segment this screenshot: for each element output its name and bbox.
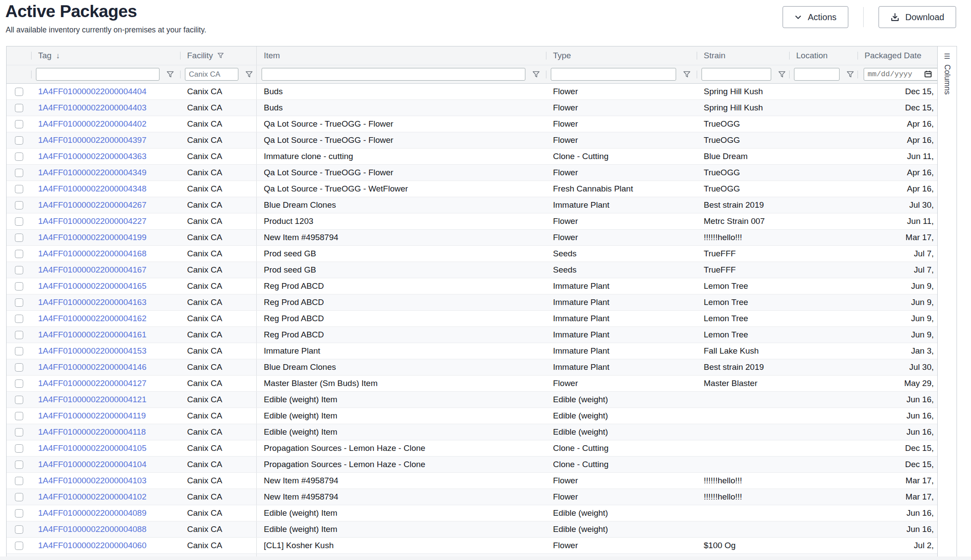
row-checkbox[interactable]: [15, 234, 23, 242]
facility-cell: Canix CA: [180, 457, 256, 472]
row-checkbox[interactable]: [15, 201, 23, 209]
tag-link[interactable]: 1A4FF010000022000004348: [38, 184, 146, 194]
strain-cell: !!!!!!hello!!!: [697, 489, 789, 505]
tag-link[interactable]: 1A4FF010000022000004121: [38, 395, 146, 404]
row-checkbox[interactable]: [15, 152, 23, 161]
row-checkbox[interactable]: [15, 88, 23, 96]
row-checkbox[interactable]: [15, 444, 23, 453]
tag-link[interactable]: 1A4FF010000022000004163: [38, 298, 146, 307]
location-filter-funnel-icon[interactable]: [847, 71, 854, 78]
tag-link[interactable]: 1A4FF010000022000004267: [38, 200, 146, 210]
tag-link[interactable]: 1A4FF010000022000004089: [38, 508, 146, 518]
row-checkbox[interactable]: [15, 493, 23, 501]
tag-link[interactable]: 1A4FF010000022000004104: [38, 460, 146, 469]
location-filter-input[interactable]: [794, 68, 840, 81]
row-checkbox[interactable]: [15, 542, 23, 550]
tag-link[interactable]: 1A4FF010000022000004153: [38, 346, 146, 356]
tag-link[interactable]: 1A4FF010000022000004088: [38, 525, 146, 534]
row-checkbox[interactable]: [15, 315, 23, 323]
row-checkbox[interactable]: [15, 250, 23, 258]
location-cell: [789, 473, 858, 489]
strain-filter-funnel-icon[interactable]: [778, 71, 786, 78]
column-header-strain[interactable]: Strain: [697, 46, 789, 65]
row-checkbox[interactable]: [15, 217, 23, 226]
facility-filter-input[interactable]: [185, 68, 238, 81]
tag-cell: 1A4FF010000022000004104: [31, 457, 180, 472]
tag-link[interactable]: 1A4FF010000022000004105: [38, 443, 146, 453]
download-button[interactable]: Download: [879, 6, 956, 28]
tag-link[interactable]: 1A4FF010000022000004363: [38, 152, 146, 161]
columns-panel-toggle[interactable]: ☰ Columns: [937, 46, 957, 560]
item-cell: Edible (weight) Item: [256, 521, 546, 537]
row-checkbox[interactable]: [15, 120, 23, 128]
facility-cell: Canix CA: [180, 246, 256, 262]
tag-link[interactable]: 1A4FF010000022000004404: [38, 87, 146, 96]
row-checkbox[interactable]: [15, 169, 23, 177]
row-checkbox[interactable]: [15, 347, 23, 355]
row-checkbox[interactable]: [15, 525, 23, 534]
facility-cell: Canix CA: [180, 327, 256, 343]
column-header-item[interactable]: Item: [256, 46, 546, 65]
toolbar-divider: [863, 7, 864, 27]
item-cell: Propagation Sources - Lemon Haze - Clone: [256, 457, 546, 472]
row-checkbox[interactable]: [15, 266, 23, 274]
table-row: 1A4FF010000022000004163 Canix CA Reg Pro…: [7, 294, 937, 311]
column-header-tag[interactable]: Tag ↓: [31, 46, 180, 65]
tag-link[interactable]: 1A4FF010000022000004102: [38, 492, 146, 502]
tag-link[interactable]: 1A4FF010000022000004167: [38, 265, 146, 275]
item-filter-input[interactable]: [262, 68, 525, 81]
tag-link[interactable]: 1A4FF010000022000004118: [38, 427, 146, 437]
column-header-facility[interactable]: Facility: [180, 46, 256, 65]
row-checkbox[interactable]: [15, 477, 23, 485]
row-checkbox[interactable]: [15, 412, 23, 420]
type-cell: Flower: [546, 165, 697, 181]
strain-cell: TrueOGG: [697, 116, 789, 132]
row-checkbox[interactable]: [15, 363, 23, 372]
tag-link[interactable]: 1A4FF010000022000004161: [38, 330, 146, 340]
row-checkbox[interactable]: [15, 461, 23, 469]
sort-descending-icon[interactable]: ↓: [56, 51, 60, 60]
type-filter-input[interactable]: [551, 68, 676, 81]
active-packages-table-area: Tag ↓ Facility Item Type Strain: [6, 46, 957, 560]
tag-link[interactable]: 1A4FF010000022000004397: [38, 135, 146, 145]
tag-link[interactable]: 1A4FF010000022000004146: [38, 362, 146, 372]
tag-link[interactable]: 1A4FF010000022000004403: [38, 103, 146, 113]
tag-link[interactable]: 1A4FF010000022000004349: [38, 168, 146, 177]
tag-link[interactable]: 1A4FF010000022000004162: [38, 314, 146, 323]
row-checkbox[interactable]: [15, 104, 23, 112]
tag-link[interactable]: 1A4FF010000022000004227: [38, 216, 146, 226]
row-checkbox[interactable]: [15, 136, 23, 145]
row-checkbox[interactable]: [15, 379, 23, 388]
row-checkbox[interactable]: [15, 185, 23, 193]
tag-link[interactable]: 1A4FF010000022000004165: [38, 281, 146, 291]
tag-link[interactable]: 1A4FF010000022000004119: [38, 411, 146, 421]
packaged-date-filter-input[interactable]: [864, 68, 937, 81]
item-filter-funnel-icon[interactable]: [532, 71, 540, 78]
row-checkbox[interactable]: [15, 428, 23, 436]
tag-link[interactable]: 1A4FF010000022000004127: [38, 379, 146, 388]
tag-link[interactable]: 1A4FF010000022000004402: [38, 119, 146, 129]
row-checkbox[interactable]: [15, 331, 23, 339]
packaged-date-cell: Jul 2,: [858, 538, 937, 553]
filter-funnel-icon[interactable]: [217, 53, 224, 59]
tag-filter-funnel-icon[interactable]: [167, 71, 174, 78]
packaged-date-cell: Jun 16,: [858, 392, 937, 408]
actions-button[interactable]: Actions: [783, 6, 848, 28]
strain-filter-input[interactable]: [702, 68, 771, 81]
column-header-packaged-date[interactable]: Packaged Date: [858, 46, 937, 65]
strain-cell: Lemon Tree: [697, 311, 789, 326]
tag-filter-input[interactable]: [36, 68, 159, 81]
column-header-location[interactable]: Location: [789, 46, 858, 65]
row-checkbox[interactable]: [15, 396, 23, 404]
location-cell: [789, 489, 858, 505]
tag-link[interactable]: 1A4FF010000022000004199: [38, 233, 146, 242]
tag-link[interactable]: 1A4FF010000022000004060: [38, 541, 146, 550]
tag-link[interactable]: 1A4FF010000022000004168: [38, 249, 146, 259]
tag-link[interactable]: 1A4FF010000022000004103: [38, 476, 146, 486]
column-header-type[interactable]: Type: [546, 46, 697, 65]
facility-filter-funnel-icon[interactable]: [245, 71, 253, 78]
type-filter-funnel-icon[interactable]: [683, 71, 691, 78]
row-checkbox[interactable]: [15, 282, 23, 291]
row-checkbox[interactable]: [15, 509, 23, 517]
row-checkbox[interactable]: [15, 298, 23, 307]
